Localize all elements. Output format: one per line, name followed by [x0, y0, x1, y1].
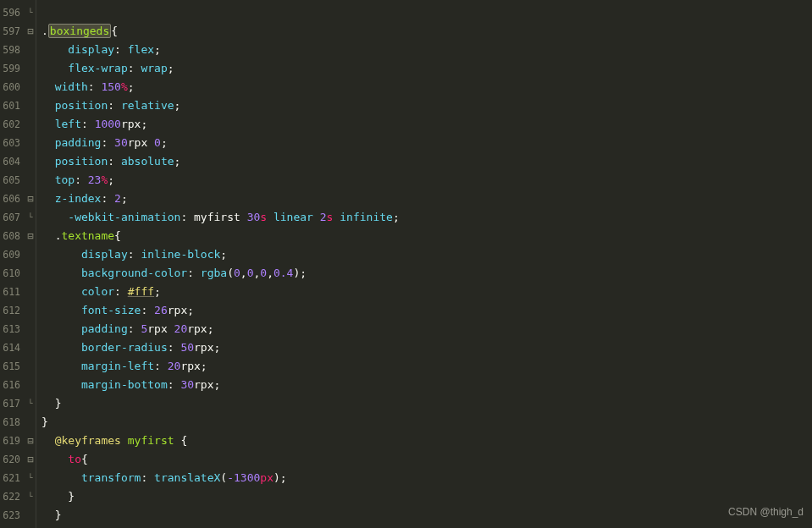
fold-empty: [25, 506, 36, 525]
fold-empty: [25, 78, 36, 96]
code-line[interactable]: position: relative;: [41, 96, 812, 115]
line-number: 603: [2, 134, 22, 152]
line-number: 599: [2, 59, 22, 78]
code-line[interactable]: background-color: rgba(0,0,0,0.4);: [41, 264, 812, 283]
fold-empty: [25, 283, 36, 301]
code-line[interactable]: display: flex;: [41, 41, 812, 59]
fold-end-icon: └: [25, 208, 36, 227]
line-number: 613: [2, 320, 22, 338]
code-line[interactable]: position: absolute;: [41, 152, 812, 171]
code-line[interactable]: color: #fff;: [41, 283, 812, 301]
code-line[interactable]: z-index: 2;: [41, 190, 812, 208]
code-line[interactable]: -webkit-animation: myfirst 30s linear 2s…: [41, 208, 812, 227]
code-line[interactable]: }: [41, 413, 812, 432]
code-line[interactable]: }: [41, 487, 812, 506]
fold-toggle-icon[interactable]: ⊟: [25, 450, 36, 469]
line-number: 610: [2, 264, 22, 283]
line-number: 606: [2, 190, 22, 208]
fold-empty: [25, 413, 36, 432]
line-number: 616: [2, 376, 22, 394]
fold-empty: [25, 376, 36, 394]
code-line[interactable]: padding: 5rpx 20rpx;: [41, 320, 812, 338]
line-number: 598: [2, 41, 22, 59]
line-number: 597: [2, 22, 22, 41]
line-number: 611: [2, 283, 22, 301]
line-number: 596: [2, 3, 22, 22]
fold-empty: [25, 134, 36, 152]
line-number: 624: [2, 525, 22, 528]
fold-empty: [25, 264, 36, 283]
line-number: 602: [2, 115, 22, 134]
fold-empty: [25, 152, 36, 171]
fold-empty: [25, 115, 36, 134]
line-number: 620: [2, 450, 22, 469]
code-line[interactable]: padding: 30rpx 0;: [41, 134, 812, 152]
fold-empty: [25, 320, 36, 338]
fold-empty: [25, 96, 36, 115]
fold-empty: [25, 59, 36, 78]
line-number: 608: [2, 227, 22, 245]
fold-empty: [25, 245, 36, 264]
code-line[interactable]: margin-left: 20rpx;: [41, 357, 812, 376]
fold-end-icon: └: [25, 394, 36, 413]
code-line[interactable]: width: 150%;: [41, 78, 812, 96]
line-number: 605: [2, 171, 22, 190]
line-number: 601: [2, 96, 22, 115]
fold-empty: [25, 171, 36, 190]
code-editor[interactable]: 5965975985996006016026036046056066076086…: [0, 0, 812, 528]
line-number: 612: [2, 301, 22, 320]
line-number-gutter: 5965975985996006016026036046056066076086…: [0, 0, 25, 528]
line-number: 615: [2, 357, 22, 376]
line-number: 618: [2, 413, 22, 432]
fold-end-icon: └: [25, 487, 36, 506]
fold-empty: [25, 525, 36, 528]
fold-column[interactable]: └⊟⊟└⊟└⊟⊟└└: [25, 0, 36, 528]
fold-end-icon: └: [25, 469, 36, 487]
line-number: 623: [2, 506, 22, 525]
code-line[interactable]: transform: translateX(-1300px);: [41, 469, 812, 487]
fold-empty: [25, 41, 36, 59]
fold-toggle-icon[interactable]: ⊟: [25, 432, 36, 450]
code-line[interactable]: .boxingeds{: [41, 22, 812, 41]
code-line[interactable]: .textname{: [41, 227, 812, 245]
fold-toggle-icon[interactable]: ⊟: [25, 190, 36, 208]
code-line[interactable]: left: 1000rpx;: [41, 115, 812, 134]
fold-empty: [25, 357, 36, 376]
line-number: 614: [2, 338, 22, 357]
fold-empty: [25, 301, 36, 320]
line-number: 619: [2, 432, 22, 450]
line-number: 609: [2, 245, 22, 264]
fold-end-icon: └: [25, 3, 36, 22]
code-line[interactable]: [41, 525, 812, 528]
fold-empty: [25, 338, 36, 357]
code-line[interactable]: }: [41, 506, 812, 525]
code-line[interactable]: @keyframes myfirst {: [41, 432, 812, 450]
code-line[interactable]: border-radius: 50rpx;: [41, 338, 812, 357]
line-number: 607: [2, 208, 22, 227]
line-number: 604: [2, 152, 22, 171]
code-line[interactable]: [41, 3, 812, 22]
line-number: 600: [2, 78, 22, 96]
watermark: CSDN @thigh_d: [728, 503, 804, 521]
code-line[interactable]: display: inline-block;: [41, 245, 812, 264]
code-line[interactable]: margin-bottom: 30rpx;: [41, 376, 812, 394]
line-number: 617: [2, 394, 22, 413]
code-line[interactable]: font-size: 26rpx;: [41, 301, 812, 320]
line-number: 621: [2, 469, 22, 487]
code-content[interactable]: .boxingeds{ display: flex; flex-wrap: wr…: [36, 0, 812, 528]
fold-toggle-icon[interactable]: ⊟: [25, 22, 36, 41]
code-line[interactable]: to{: [41, 450, 812, 469]
fold-toggle-icon[interactable]: ⊟: [25, 227, 36, 245]
code-line[interactable]: top: 23%;: [41, 171, 812, 190]
code-line[interactable]: flex-wrap: wrap;: [41, 59, 812, 78]
line-number: 622: [2, 487, 22, 506]
code-line[interactable]: }: [41, 394, 812, 413]
